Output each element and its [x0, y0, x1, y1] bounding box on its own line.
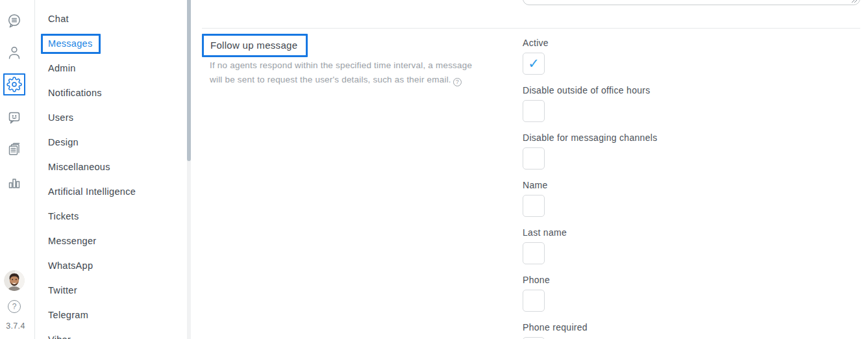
users-icon[interactable]: [6, 45, 22, 60]
resize-grip-icon[interactable]: [850, 0, 858, 3]
disable-messaging-channels-checkbox[interactable]: [523, 147, 545, 170]
selected-highlight-box: Messages: [41, 34, 101, 54]
active-checkbox[interactable]: ✓: [523, 53, 545, 75]
sidebar-item-miscellaneous[interactable]: Miscellaneous: [36, 155, 185, 179]
sidebar-item-messages[interactable]: Messages: [36, 31, 185, 56]
sidebar-item-twitter[interactable]: Twitter: [36, 278, 185, 303]
settings-content: Follow up message If no agents respond w…: [191, 0, 868, 339]
chat-icon[interactable]: [6, 13, 22, 29]
version-label: 3.7.4: [0, 321, 31, 331]
field-label: Phone required: [523, 322, 588, 333]
section-title: Follow up message: [210, 40, 297, 51]
field-phone: Phone: [523, 275, 550, 312]
section-description: If no agents respond within the specifie…: [210, 58, 482, 87]
sidebar-item-chat[interactable]: Chat: [36, 6, 185, 31]
settings-page: ? 3.7.4 Chat Messages Admin Notification…: [0, 0, 868, 339]
reports-chart-icon[interactable]: [6, 175, 22, 190]
checkmark-icon: ✓: [528, 57, 539, 71]
tooltip-help-icon[interactable]: ?: [453, 78, 462, 86]
field-label: Last name: [523, 227, 567, 238]
sidebar-item-artificial-intelligence[interactable]: Artificial Intelligence: [36, 179, 185, 204]
message-textarea[interactable]: [523, 0, 860, 5]
sidebar-item-messenger[interactable]: Messenger: [36, 229, 185, 253]
field-name: Name: [523, 180, 548, 217]
field-last-name: Last name: [523, 227, 567, 264]
field-label: Phone: [523, 275, 550, 285]
field-disable-office-hours: Disable outside of office hours: [523, 85, 651, 122]
help-icon[interactable]: ?: [8, 300, 21, 313]
sidebar-item-tickets[interactable]: Tickets: [36, 204, 185, 229]
user-avatar[interactable]: [4, 270, 25, 291]
sidebar-item-whatsapp[interactable]: WhatsApp: [36, 253, 185, 278]
settings-gear-icon[interactable]: [3, 73, 25, 95]
last-name-checkbox[interactable]: [523, 242, 545, 264]
sidebar-item-notifications[interactable]: Notifications: [36, 81, 185, 105]
field-label: Active: [523, 38, 549, 48]
section-divider: [202, 28, 860, 29]
sidebar-item-telegram[interactable]: Telegram: [36, 303, 185, 327]
help-glyph: ?: [12, 302, 17, 311]
field-phone-required: Phone required: [523, 322, 588, 339]
field-label: Disable for messaging channels: [523, 132, 657, 143]
field-label: Disable outside of office hours: [523, 85, 651, 95]
sidebar-item-viber[interactable]: Viber: [36, 327, 185, 339]
section-title-highlight-box: Follow up message: [202, 34, 308, 57]
disable-office-hours-checkbox[interactable]: [523, 100, 545, 122]
sidebar-item-users[interactable]: Users: [36, 105, 185, 130]
icon-rail: ? 3.7.4: [0, 0, 35, 339]
phone-checkbox[interactable]: [523, 290, 545, 312]
field-disable-messaging-channels: Disable for messaging channels: [523, 132, 657, 170]
feedback-smiley-icon[interactable]: [6, 110, 22, 125]
field-active: Active ✓: [523, 38, 549, 75]
settings-menu: Chat Messages Admin Notifications Users …: [36, 6, 185, 339]
field-label: Name: [523, 180, 548, 190]
name-checkbox[interactable]: [523, 195, 545, 217]
sidebar-item-admin[interactable]: Admin: [36, 56, 185, 81]
sidebar-item-design[interactable]: Design: [36, 130, 185, 155]
documents-icon[interactable]: [6, 142, 22, 157]
